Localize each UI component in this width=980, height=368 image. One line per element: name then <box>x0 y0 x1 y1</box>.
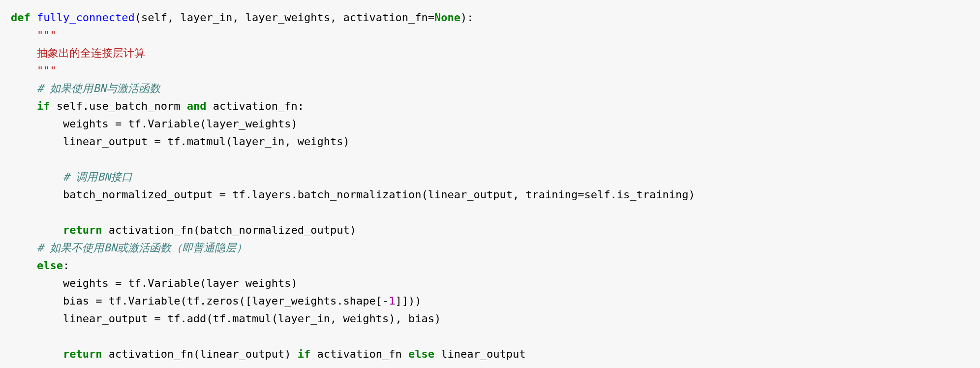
comment-bn-call: # 调用BN接口 <box>63 171 132 183</box>
code-line-linear-2: linear_output = tf.add(tf.matmul(layer_i… <box>63 312 441 325</box>
keyword-def: def <box>11 11 31 24</box>
comment-bn-activation: # 如果使用BN与激活函数 <box>37 82 160 94</box>
docstring-open: """ <box>37 29 57 41</box>
code-return-2a: activation_fn(linear_output) <box>102 348 297 360</box>
numeric-literal: 1 <box>389 295 395 307</box>
keyword-else: else <box>37 259 63 272</box>
keyword-if: if <box>37 100 50 112</box>
signature-open: (self, layer_in, layer_weights, activati… <box>135 11 434 24</box>
code-line-linear-1: linear_output = tf.matmul(layer_in, weig… <box>63 135 350 148</box>
builtin-none: None <box>434 11 460 24</box>
keyword-if-inline: if <box>298 348 311 360</box>
if-cond-right: activation_fn: <box>206 100 304 112</box>
keyword-else-inline: else <box>408 348 434 360</box>
code-block: def fully_connected(self, layer_in, laye… <box>0 0 980 368</box>
keyword-return-1: return <box>63 224 102 236</box>
keyword-and: and <box>187 100 207 112</box>
code-line-bn: batch_normalized_output = tf.layers.batc… <box>63 188 695 201</box>
code-return-1: activation_fn(batch_normalized_output) <box>102 224 356 236</box>
code-line-weights-2: weights = tf.Variable(layer_weights) <box>63 277 298 289</box>
code-line-bias-b: ]])) <box>395 295 421 307</box>
keyword-return-2: return <box>63 348 102 360</box>
code-line-bias-a: bias = tf.Variable(tf.zeros([layer_weigh… <box>63 295 382 307</box>
docstring-close: """ <box>37 64 57 77</box>
code-return-2b: activation_fn <box>310 348 408 360</box>
if-cond-left: self.use_batch_norm <box>50 100 186 112</box>
code-line-weights-1: weights = tf.Variable(layer_weights) <box>63 118 298 130</box>
else-colon: : <box>63 259 69 272</box>
code-return-2c: linear_output <box>434 348 525 360</box>
docstring-body: 抽象出的全连接层计算 <box>37 47 145 59</box>
neg-sign: - <box>382 295 389 307</box>
comment-no-bn: # 如果不使用BN或激活函数（即普通隐层） <box>37 242 247 254</box>
function-name: fully_connected <box>37 11 135 24</box>
signature-close: ): <box>460 11 474 24</box>
